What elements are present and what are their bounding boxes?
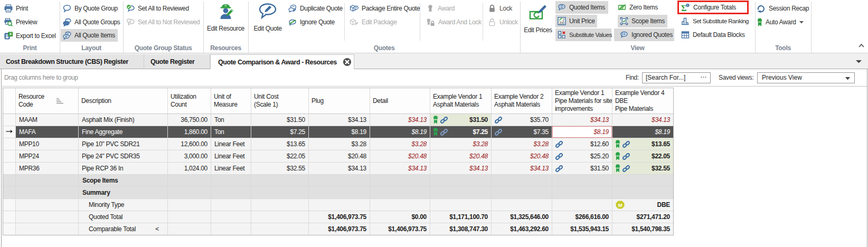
svg-text:X: X	[10, 32, 12, 36]
svg-text:200: 200	[559, 21, 565, 25]
